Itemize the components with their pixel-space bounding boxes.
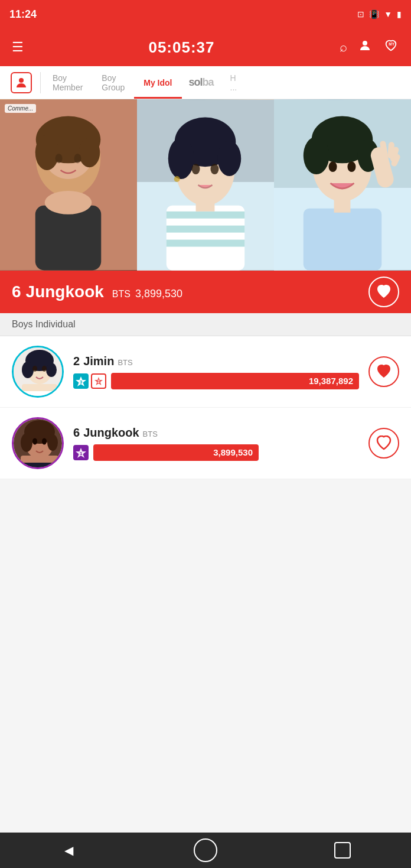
jimin-rank: 2 xyxy=(73,355,80,368)
jimin-votes: 19,387,892 xyxy=(309,376,353,386)
profile-icon[interactable] xyxy=(358,38,372,56)
svg-rect-18 xyxy=(167,240,244,247)
home-button[interactable] xyxy=(191,836,220,865)
jungkook-group: BTS xyxy=(143,430,158,438)
svg-point-7 xyxy=(35,135,59,170)
svg-point-48 xyxy=(42,366,47,372)
svg-rect-26 xyxy=(196,197,215,212)
svg-text:3: 3 xyxy=(80,379,83,385)
svg-point-47 xyxy=(32,366,37,372)
svg-point-58 xyxy=(21,433,32,452)
tab-soba[interactable]: solba xyxy=(182,66,221,99)
featured-banner: 6 Jungkook BTS 3,899,530 xyxy=(0,271,411,313)
svg-text:1: 1 xyxy=(80,451,83,456)
menu-icon[interactable]: ☰ xyxy=(12,40,24,55)
svg-point-61 xyxy=(42,438,47,445)
jimin-vote-bar-row: 3 2 19,387,892 xyxy=(73,373,359,389)
tab-boy-group[interactable]: BoyGroup xyxy=(92,66,134,99)
svg-rect-16 xyxy=(167,212,244,219)
featured-rank: 6 xyxy=(12,282,21,301)
back-button[interactable]: ◀ xyxy=(54,836,83,865)
bottom-nav: ◀ xyxy=(0,833,411,868)
battery-icon: ▮ xyxy=(397,9,402,19)
jimin-avatar-wrap xyxy=(12,346,64,398)
jimin-group: BTS xyxy=(118,358,132,367)
back-icon: ◀ xyxy=(64,843,73,857)
search-icon[interactable]: ⌕ xyxy=(340,40,347,55)
hero-images: Comme... xyxy=(0,99,411,271)
svg-point-32 xyxy=(304,136,330,174)
jimin-avatar xyxy=(12,346,64,398)
svg-point-2 xyxy=(19,78,24,83)
tab-bar: BoyMember BoyGroup My Idol solba H... xyxy=(0,66,411,99)
svg-point-45 xyxy=(22,362,34,378)
featured-name: Jungkook xyxy=(26,282,104,301)
tab-boy-member[interactable]: BoyMember xyxy=(43,66,92,99)
svg-point-21 xyxy=(168,138,194,179)
featured-group: BTS xyxy=(112,289,131,300)
svg-rect-63 xyxy=(21,456,58,463)
status-icons: ⊡ 📳 ▼ ▮ xyxy=(357,9,402,19)
jimin-vote-button[interactable] xyxy=(368,356,399,387)
status-time: 11:24 xyxy=(9,8,37,21)
idol-row-jimin: 2 Jimin BTS 3 xyxy=(0,336,411,408)
tab-person-icon xyxy=(11,72,32,93)
hero-image-1: Comme... xyxy=(0,99,137,271)
svg-rect-41 xyxy=(334,196,351,213)
svg-point-34 xyxy=(329,161,337,172)
svg-point-46 xyxy=(46,363,57,377)
svg-text:2: 2 xyxy=(97,379,100,383)
svg-point-10 xyxy=(74,154,81,163)
svg-rect-17 xyxy=(167,226,244,233)
recents-icon xyxy=(334,842,351,859)
jimin-name-row: 2 Jimin BTS xyxy=(73,355,359,368)
jungkook-badges: 1 xyxy=(73,445,89,460)
vibrate-icon: 📳 xyxy=(369,9,379,19)
header-title: 05:05:37 xyxy=(148,38,214,57)
idol-list: 2 Jimin BTS 3 xyxy=(0,336,411,479)
tab-divider xyxy=(40,72,41,93)
jungkook-vote-bar: 3,899,530 xyxy=(93,444,259,461)
jungkook-name: Jungkook xyxy=(83,426,139,440)
svg-point-8 xyxy=(79,138,100,167)
header: ☰ 05:05:37 ⌕ MY xyxy=(0,28,411,66)
idol-row-jungkook: 6 Jungkook BTS 1 3,899,530 xyxy=(0,408,411,479)
jungkook-vote-bar-row: 1 3,899,530 xyxy=(73,444,359,461)
hero-image-2 xyxy=(137,99,274,271)
cast-icon: ⊡ xyxy=(357,9,364,19)
tab-h[interactable]: H... xyxy=(221,66,247,99)
jungkook-vote-button[interactable] xyxy=(368,428,399,459)
jungkook-rank: 6 xyxy=(73,426,80,440)
svg-rect-50 xyxy=(22,384,57,391)
main-content: Comme... xyxy=(0,99,411,521)
svg-point-0 xyxy=(363,41,367,45)
svg-point-59 xyxy=(47,434,58,451)
jungkook-votes: 3,899,530 xyxy=(213,447,253,457)
status-bar: 11:24 ⊡ 📳 ▼ ▮ xyxy=(0,0,411,28)
svg-point-9 xyxy=(56,154,63,163)
svg-point-35 xyxy=(347,161,355,172)
jimin-badge-2: 2 xyxy=(91,373,106,389)
jimin-badges: 3 2 xyxy=(73,373,106,389)
svg-point-12 xyxy=(45,191,92,214)
home-icon xyxy=(194,838,217,862)
wifi-icon: ▼ xyxy=(384,9,392,19)
header-actions: ⌕ MY xyxy=(340,38,399,56)
my-heart-icon[interactable]: MY xyxy=(383,38,399,56)
featured-votes: 3,899,530 xyxy=(135,288,182,300)
jungkook-avatar-wrap xyxy=(12,417,64,469)
jimin-vote-bar: 19,387,892 xyxy=(111,373,359,389)
jungkook-badge-1: 1 xyxy=(73,445,89,460)
featured-info: 6 Jungkook BTS 3,899,530 xyxy=(12,282,182,301)
jungkook-info: 6 Jungkook BTS 1 3,899,530 xyxy=(73,426,359,461)
svg-point-23 xyxy=(192,164,200,174)
jimin-name: Jimin xyxy=(83,355,114,368)
svg-point-22 xyxy=(217,141,241,176)
jimin-badge-3: 3 xyxy=(73,373,89,389)
svg-point-24 xyxy=(210,164,218,174)
recents-button[interactable] xyxy=(328,836,357,865)
featured-heart-button[interactable] xyxy=(368,277,399,307)
svg-text:MY: MY xyxy=(389,42,394,46)
tab-my-idol[interactable]: My Idol xyxy=(134,66,181,99)
svg-point-25 xyxy=(174,176,180,182)
